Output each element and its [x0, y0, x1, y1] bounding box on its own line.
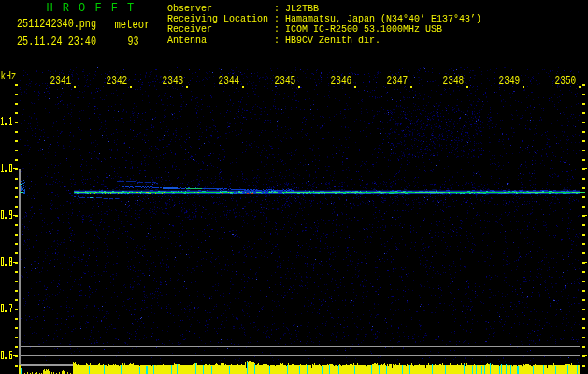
svg-text:2344: 2344: [219, 75, 240, 88]
svg-text:2511242340.png: 2511242340.png: [17, 18, 96, 31]
svg-text:25.11.24 23:40: 25.11.24 23:40: [17, 36, 96, 49]
svg-text:F: F: [111, 2, 118, 15]
svg-text:2341: 2341: [50, 75, 72, 88]
svg-text:2349: 2349: [499, 75, 521, 88]
svg-text:Observer : JL2TBB: Observer : JL2TBB: [167, 3, 319, 14]
svg-text:2342: 2342: [107, 75, 128, 88]
svg-text:2345: 2345: [275, 75, 296, 88]
svg-text:R: R: [63, 2, 69, 15]
svg-text:2348: 2348: [443, 75, 465, 88]
svg-text:O: O: [79, 2, 85, 15]
svg-text:Antenna : HB9CV Zen: Antenna : HB9CV Zenith dir.: [167, 35, 380, 46]
svg-text:F: F: [94, 2, 101, 15]
svg-text:T: T: [127, 2, 134, 15]
svg-text:2343: 2343: [163, 75, 184, 88]
svg-text:2347: 2347: [387, 75, 409, 88]
svg-text:meteor: meteor: [115, 19, 151, 32]
svg-text:2350: 2350: [555, 75, 577, 88]
svg-text:2346: 2346: [331, 75, 352, 88]
svg-text:Receiving Location : Hamamatsu: Receiving Location : Hamamatsu, Japan (N…: [167, 13, 481, 24]
svg-text:H: H: [47, 2, 53, 15]
svg-text:93: 93: [128, 36, 139, 49]
svg-text:Receiver : ICOM IC-R: Receiver : ICOM IC-R2500 53.1000MHz USB: [167, 23, 442, 35]
svg-text:kHz: kHz: [1, 70, 17, 83]
